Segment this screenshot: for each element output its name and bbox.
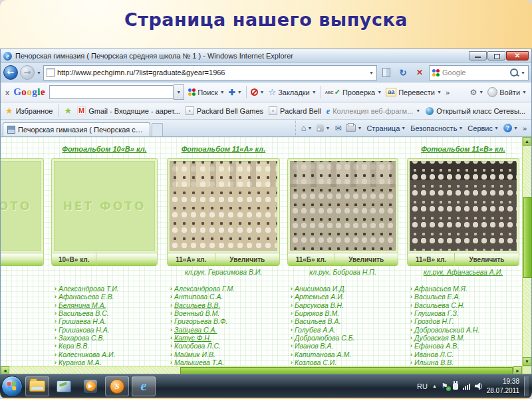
address-dropdown-icon[interactable]: ▼	[369, 70, 374, 75]
forward-button[interactable]: →	[20, 65, 35, 80]
toolbar-overflow-button[interactable]: »	[446, 88, 450, 96]
student-link[interactable]: Ильина В.В.	[414, 358, 454, 366]
teacher-link[interactable]: кл.рук. Боброва Н.П.	[287, 268, 398, 276]
safety-menu-button[interactable]: Безопасность▼	[410, 124, 463, 132]
student-link[interactable]: Бирюков В.М.	[295, 309, 339, 317]
google-search-dropdown-icon[interactable]: ▼	[174, 84, 184, 100]
student-link[interactable]: Гришакова Н.А.	[59, 326, 110, 334]
web-slices-button[interactable]: eКоллекция веб-фрагм...▼	[327, 107, 420, 115]
search-value[interactable]: Google	[442, 68, 507, 76]
favorite-pb-games[interactable]: ▪Packard Bell Games	[186, 106, 263, 115]
stop-button[interactable]: ✕	[412, 65, 427, 80]
student-link[interactable]: Захарова С.В.	[59, 334, 104, 342]
album-link[interactable]: Фотоальбом 11«А» кл.	[167, 145, 280, 153]
bookmarks-button[interactable]: ☆Закладки▼	[269, 87, 317, 97]
favorites-button[interactable]: ★Избранное	[5, 106, 53, 116]
back-button[interactable]: ←	[3, 65, 18, 80]
student-link[interactable]: Зайцева С.А.	[174, 326, 217, 334]
class-photo[interactable]	[290, 161, 396, 251]
student-link[interactable]: Колесникова А.И.	[59, 350, 115, 358]
toolbar-close-button[interactable]: x	[5, 88, 9, 96]
show-hidden-icons-button[interactable]: ▲	[432, 384, 437, 388]
scroll-down-icon[interactable]: ▼	[523, 357, 531, 366]
student-link[interactable]: Катус Ф.Н.	[174, 334, 211, 342]
student-link[interactable]: Голубев А.А.	[295, 326, 336, 334]
teacher-link[interactable]: кл.рук. Герасимова В.И.	[167, 268, 280, 276]
student-link[interactable]: Афанасьева Е.В.	[59, 293, 114, 301]
album-link[interactable]: Фотоальбом 11«В» кл.	[407, 145, 519, 153]
read-mail-button[interactable]: ✉	[334, 124, 341, 133]
student-link[interactable]: Григорьева В.Ф.	[174, 317, 227, 325]
zoom-button[interactable]: Увеличить	[334, 253, 398, 266]
zoom-button[interactable]: Увеличить	[215, 253, 279, 266]
show-desktop-button[interactable]	[524, 376, 529, 396]
search-box[interactable]: Google ▼	[429, 65, 529, 80]
student-link[interactable]: Глушкова Г.З.	[414, 309, 459, 317]
class-photo[interactable]	[170, 161, 277, 251]
student-link[interactable]: Иванов Л.С.	[414, 350, 454, 358]
command-overflow-button[interactable]: »	[523, 124, 527, 132]
spellcheck-button[interactable]: ABC✓Проверка▼	[325, 88, 382, 96]
search-icon[interactable]	[510, 68, 518, 76]
class-button[interactable]: 11«А» кл.	[168, 253, 215, 266]
tools-menu-button[interactable]: Сервис▼	[467, 124, 499, 132]
student-link[interactable]: Капитанова А.М.	[295, 350, 351, 358]
student-link[interactable]: Кера В.В.	[59, 342, 89, 350]
student-link[interactable]: Гроздов Н.Г.	[414, 317, 454, 325]
action-center-icon[interactable]: ⚑✓	[442, 382, 448, 390]
print-button[interactable]: ▼	[346, 124, 362, 132]
class-photo[interactable]	[410, 161, 517, 251]
minimize-button[interactable]	[469, 51, 487, 61]
favorite-open-class[interactable]: Открытый класс Сетевы...	[426, 107, 525, 115]
favorite-gmail[interactable]: MGmail - Входящие - аарет...	[77, 106, 180, 115]
language-indicator[interactable]: RU	[417, 382, 428, 390]
scroll-up-icon[interactable]: ▲	[523, 137, 531, 146]
popup-blocker-button[interactable]: ▼	[251, 88, 265, 96]
student-link[interactable]: Васильев Е.А.	[414, 293, 460, 301]
zoom-button[interactable]	[1, 253, 43, 266]
signin-button[interactable]: Войти▼	[487, 87, 527, 97]
google-search-button[interactable]: Поиск▼	[188, 88, 224, 96]
student-link[interactable]: Васильев В.В.	[174, 301, 220, 309]
help-button[interactable]: ?▼	[503, 124, 518, 132]
home-button[interactable]: ⌂▼	[301, 123, 313, 133]
restore-button[interactable]	[487, 51, 505, 61]
zoom-button[interactable]	[96, 253, 157, 266]
student-link[interactable]: Александрова Т.И.	[59, 285, 119, 293]
student-link[interactable]: Артемьев А.И.	[295, 293, 344, 301]
taskbar-graphics-app-button[interactable]	[52, 376, 76, 396]
taskbar-clock[interactable]: 19:38 28.07.2011	[487, 377, 519, 395]
student-link[interactable]: Колобова Л.С.	[174, 342, 221, 350]
refresh-button[interactable]: ↻	[396, 65, 410, 80]
student-link[interactable]: Белянина М.А.	[59, 301, 106, 309]
feeds-button[interactable]: ▼	[317, 124, 330, 132]
student-link[interactable]: Дубовская В.М.	[414, 334, 465, 342]
student-link[interactable]: Барсукова В.Н.	[295, 301, 344, 309]
address-bar[interactable]: http://www.pechgimn.ru/?list=graduate&gy…	[43, 65, 377, 80]
student-link[interactable]: Анисимова И.Д.	[295, 285, 346, 293]
history-dropdown-icon[interactable]: ▼	[37, 70, 41, 75]
student-link[interactable]: Добровольский А.Н.	[414, 326, 479, 334]
student-link[interactable]: Антипова С.А.	[174, 293, 223, 301]
toolbar-settings-button[interactable]: ⚙▼	[470, 88, 484, 97]
student-link[interactable]: Александрова Г.М.	[174, 285, 235, 293]
url-text[interactable]: http://www.pechgimn.ru/?list=graduate&gy…	[57, 68, 366, 76]
student-link[interactable]: Куранов М.А.	[59, 358, 102, 366]
student-link[interactable]: Козлова С.И.	[295, 358, 336, 366]
student-link[interactable]: Военный В.М.	[174, 309, 219, 317]
window-titlebar[interactable]: e Печорская гимназия ( Печорская средняя…	[1, 49, 531, 63]
student-link[interactable]: Афанасьев М.Я.	[414, 285, 467, 293]
student-link[interactable]: Ефанова А.В.	[414, 342, 459, 350]
network-signal-icon[interactable]	[463, 383, 470, 390]
add-favorite-button[interactable]: ★	[64, 106, 72, 116]
taskbar-internet-explorer-button[interactable]: e	[132, 376, 156, 396]
student-link[interactable]: Гришаева Н.А.	[59, 317, 106, 325]
teacher-link[interactable]: кл.рук. Афанасьева А.И.	[407, 268, 519, 276]
class-button[interactable]: 10«В» кл.	[52, 253, 96, 266]
navigation-plus-button[interactable]: ✚▼	[229, 88, 242, 97]
zoom-button[interactable]: Увеличить	[455, 253, 519, 266]
vertical-scroll-thumb[interactable]	[523, 197, 532, 278]
new-tab-button[interactable]	[152, 123, 163, 136]
class-button[interactable]: 11«Б» кл.	[288, 253, 334, 266]
translate-button[interactable]: ааПеревести▼	[386, 88, 442, 96]
